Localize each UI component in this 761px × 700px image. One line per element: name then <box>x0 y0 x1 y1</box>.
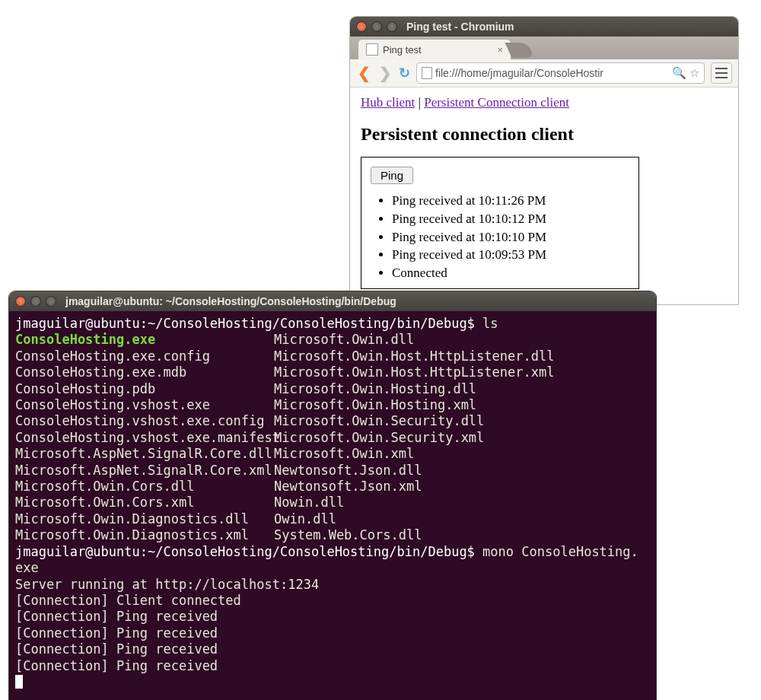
file: ConsoleHosting.vshost.exe.config <box>15 413 265 428</box>
command: ls <box>482 316 498 331</box>
file: Microsoft.Owin.Host.HttpListener.xml <box>274 364 554 380</box>
terminal-window: jmaguilar@ubuntu: ~/ConsoleHosting/Conso… <box>9 291 656 700</box>
page-content: Hub client | Persistent Connection clien… <box>350 88 738 304</box>
list-item: Ping received at 10:10:10 PM <box>392 228 629 247</box>
page-icon <box>366 43 378 56</box>
file: Microsoft.Owin.xml <box>274 446 414 461</box>
address-bar[interactable]: file:///home/jmaguilar/ConsoleHostir 🔍 ☆ <box>416 62 705 84</box>
hamburger-menu-button[interactable] <box>711 62 732 84</box>
tab-close-icon[interactable]: × <box>497 44 503 56</box>
cursor <box>15 675 23 689</box>
minimize-icon[interactable] <box>30 296 41 307</box>
list-item: Ping received at 10:11:26 PM <box>392 192 629 210</box>
output-line: [Connection] Client connected <box>15 593 241 608</box>
tab-pingtest[interactable]: Ping test × <box>358 39 511 59</box>
nav-links: Hub client | Persistent Connection clien… <box>361 95 728 110</box>
file: Microsoft.Owin.Hosting.xml <box>274 397 476 412</box>
file: Microsoft.Owin.Cors.xml <box>15 495 194 510</box>
link-hub-client[interactable]: Hub client <box>361 95 415 110</box>
prompt: jmaguilar@ubuntu:~/ConsoleHosting/Consol… <box>15 316 482 331</box>
page-heading: Persistent connection client <box>361 124 728 145</box>
reload-button[interactable]: ↻ <box>399 65 410 81</box>
link-persistent-client[interactable]: Persistent Connection client <box>424 95 569 110</box>
bookmark-star-icon[interactable]: ☆ <box>689 66 699 80</box>
file: Microsoft.AspNet.SignalR.Core.xml <box>15 463 272 478</box>
command: mono ConsoleHosting. <box>482 544 638 559</box>
output-line: Server running at http://localhost:1234 <box>15 577 319 592</box>
file: Microsoft.Owin.Diagnostics.dll <box>15 511 249 527</box>
file: Microsoft.Owin.Host.HttpListener.dll <box>274 348 554 364</box>
file: Microsoft.Owin.Diagnostics.xml <box>15 527 249 542</box>
window-title: Ping test - Chromium <box>406 21 514 33</box>
terminal-body[interactable]: jmaguilar@ubuntu:~/ConsoleHosting/Consol… <box>9 311 656 700</box>
output-line: [Connection] Ping received <box>15 641 218 657</box>
tab-label: Ping test <box>383 44 422 56</box>
maximize-icon[interactable] <box>387 21 397 32</box>
document-icon <box>422 67 432 79</box>
file: ConsoleHosting.vshost.exe.manifest <box>15 430 280 445</box>
list-item: Ping received at 10:10:12 PM <box>392 210 629 228</box>
terminal-title: jmaguilar@ubuntu: ~/ConsoleHosting/Conso… <box>65 295 396 307</box>
file: Owin.dll <box>274 511 336 527</box>
file: Microsoft.Owin.Security.dll <box>274 413 484 428</box>
browser-navbar: ❮ ❯ ↻ file:///home/jmaguilar/ConsoleHost… <box>350 59 738 88</box>
file: ConsoleHosting.pdb <box>15 381 155 396</box>
back-button[interactable]: ❮ <box>356 65 371 81</box>
command-cont: exe <box>15 560 39 575</box>
output-line: [Connection] Ping received <box>15 625 218 641</box>
forward-button[interactable]: ❯ <box>377 65 393 81</box>
file: System.Web.Cors.dll <box>274 527 422 542</box>
file: Microsoft.Owin.Cors.dll <box>15 479 194 494</box>
ping-button[interactable]: Ping <box>371 167 413 184</box>
browser-window: Ping test - Chromium Ping test × ❮ ❯ ↻ f… <box>350 17 738 304</box>
terminal-titlebar[interactable]: jmaguilar@ubuntu: ~/ConsoleHosting/Conso… <box>9 291 656 311</box>
browser-titlebar[interactable]: Ping test - Chromium <box>350 17 738 37</box>
file: Microsoft.AspNet.SignalR.Core.dll <box>15 446 272 461</box>
file: Nowin.dll <box>274 495 344 510</box>
url-text: file:///home/jmaguilar/ConsoleHostir <box>435 67 669 79</box>
output-line: [Connection] Ping received <box>15 658 218 673</box>
file-exe: ConsoleHosting.exe <box>15 332 155 347</box>
maximize-icon[interactable] <box>46 296 56 307</box>
tab-strip: Ping test × <box>350 37 738 59</box>
list-item: Connected <box>392 264 629 282</box>
output-line: [Connection] Ping received <box>15 609 218 624</box>
list-item: Ping received at 10:09:53 PM <box>392 246 629 264</box>
prompt: jmaguilar@ubuntu:~/ConsoleHosting/Consol… <box>15 544 482 559</box>
minimize-icon[interactable] <box>371 21 382 32</box>
file: ConsoleHosting.vshost.exe <box>15 397 210 412</box>
file: Microsoft.Owin.Security.xml <box>274 430 484 445</box>
file: ConsoleHosting.exe.config <box>15 348 210 364</box>
close-icon[interactable] <box>15 296 26 307</box>
search-icon[interactable]: 🔍 <box>672 66 686 80</box>
close-icon[interactable] <box>356 21 367 32</box>
file: Microsoft.Owin.dll <box>274 332 414 347</box>
file: ConsoleHosting.exe.mdb <box>15 364 186 380</box>
ping-log-list: Ping received at 10:11:26 PM Ping receiv… <box>371 192 629 282</box>
ls-output: ConsoleHosting.exe ConsoleHosting.exe.co… <box>15 332 650 543</box>
ping-panel: Ping Ping received at 10:11:26 PM Ping r… <box>361 157 639 289</box>
file: Newtonsoft.Json.dll <box>274 463 422 478</box>
file: Microsoft.Owin.Hosting.dll <box>274 381 476 396</box>
file: Newtonsoft.Json.xml <box>274 479 422 494</box>
